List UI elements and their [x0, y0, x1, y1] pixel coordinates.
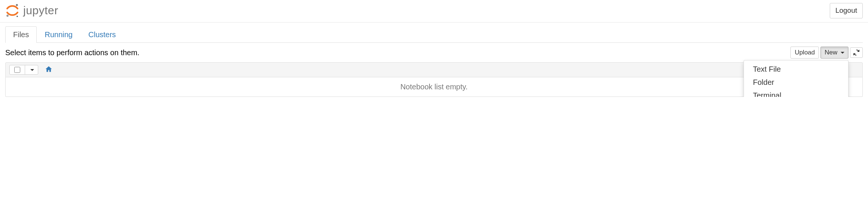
new-button[interactable]: New: [820, 47, 849, 59]
caret-down-icon: [841, 52, 844, 54]
caret-down-icon: [30, 69, 34, 71]
select-all-group: [9, 65, 38, 75]
select-all-checkbox[interactable]: [14, 67, 20, 73]
svg-point-0: [16, 4, 18, 6]
new-menu-terminal[interactable]: Terminal: [744, 89, 848, 97]
upload-button[interactable]: Upload: [790, 47, 819, 59]
svg-point-1: [6, 15, 9, 17]
new-button-label: New: [825, 49, 837, 56]
tab-running[interactable]: Running: [37, 26, 81, 43]
tab-clusters[interactable]: Clusters: [81, 26, 124, 43]
toolbar: Select items to perform actions on them.…: [0, 43, 868, 62]
select-all-checkbox-wrap[interactable]: [10, 65, 25, 74]
new-menu-folder[interactable]: Folder: [744, 76, 848, 89]
svg-point-2: [16, 16, 18, 17]
select-menu-button[interactable]: [25, 65, 38, 74]
refresh-icon: [853, 50, 859, 56]
new-menu-text-file[interactable]: Text File: [744, 63, 848, 76]
home-icon: [45, 65, 52, 75]
tab-files[interactable]: Files: [5, 26, 37, 43]
logout-button[interactable]: Logout: [830, 3, 863, 18]
toolbar-hint: Select items to perform actions on them.: [5, 48, 139, 57]
brand[interactable]: jupyter: [5, 3, 58, 18]
file-list: Notebook list empty.: [0, 62, 868, 97]
jupyter-logo-icon: [5, 3, 19, 18]
file-list-empty: Notebook list empty.: [5, 77, 863, 97]
breadcrumb-home[interactable]: [45, 65, 52, 75]
new-dropdown: Text File Folder Terminal Notebooks Pyth…: [744, 60, 849, 97]
tab-bar: Files Running Clusters: [0, 23, 868, 43]
header: jupyter Logout: [0, 0, 868, 23]
file-list-header: [5, 62, 863, 77]
refresh-button[interactable]: [850, 47, 863, 58]
brand-text: jupyter: [23, 4, 58, 17]
